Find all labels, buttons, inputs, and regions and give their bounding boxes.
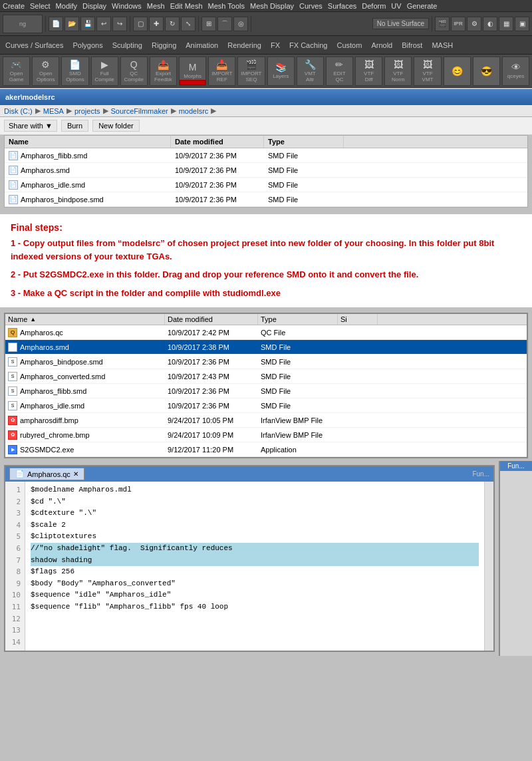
menu-deform[interactable]: Deform [362,2,386,10]
open-game-icon: 🎮 [11,60,22,69]
menu-curves[interactable]: Curves [299,2,323,10]
burn-button[interactable]: Burn [61,120,88,132]
menu2-polygons[interactable]: Polygons [70,40,105,51]
move-tool-icon[interactable]: ✚ [149,17,164,31]
shelf-smd-options[interactable]: 📄 SMDOptions [61,57,88,86]
menu2-arnold[interactable]: Arnold [368,40,395,51]
render-icon[interactable]: 🎬 [435,17,450,31]
menu-mesh-tools[interactable]: Mesh Tools [208,2,245,10]
extra-icon1[interactable]: ◐ [483,17,497,31]
menu-mesh[interactable]: Mesh [147,2,165,10]
menu-select[interactable]: Select [30,2,51,10]
menu2-curves-surfaces[interactable]: Curves / Surfaces [3,40,66,51]
shelf-open-options[interactable]: ⚙ OpenOptions [32,57,59,86]
file-row[interactable]: 📄 Ampharos_idle.smd 10/9/2017 2:36 PM SM… [5,178,527,192]
snap-curve-icon[interactable]: ⌒ [217,17,232,31]
menu2-mash[interactable]: MASH [429,40,456,51]
shelf-extra1[interactable]: 😊 [444,57,471,86]
col-header-type-1[interactable]: Type [264,136,344,148]
col-header-type-2[interactable]: Type [258,314,338,325]
file-row[interactable]: S Ampharos_converted.smd 10/9/2017 2:43 … [5,369,527,384]
code-tab-close-button[interactable]: ✕ [73,470,78,478]
select-tool-icon[interactable]: ▢ [133,17,148,31]
addr-projects[interactable]: projects [74,107,100,115]
menu-generate[interactable]: Generate [407,2,438,10]
menu-uv[interactable]: UV [391,2,401,10]
snap-grid-icon[interactable]: ⊞ [201,17,216,31]
shelf-qceyes[interactable]: 👁 qceyes [502,57,529,86]
shelf-vmt-attr[interactable]: 🔧 VMTAttr [297,57,324,86]
menu2-rigging[interactable]: Rigging [149,40,179,51]
file-row[interactable]: S Ampharos_idle.smd 10/9/2017 2:36 PM SM… [5,398,527,413]
shelf-vtf-diffuse[interactable]: 🖼 VTFDiff [355,57,382,86]
share-with-button[interactable]: Share with ▼ [4,120,57,132]
shelf-vtf-vmt[interactable]: 🖼 VTFVMT [414,57,441,86]
toolbar-name-field[interactable]: ng [3,15,43,33]
menu2-sculpting[interactable]: Sculpting [110,40,145,51]
menu2-fx-caching[interactable]: FX Caching [287,40,330,51]
addr-sourcefilmmaker[interactable]: SourceFilmmaker [111,107,168,115]
new-file-icon[interactable]: 📄 [49,17,63,31]
save-file-icon[interactable]: 💾 [80,17,95,31]
ipr-icon[interactable]: IPR [451,17,466,31]
file-row[interactable]: ▶ S2GSMDC2.exe 9/12/2017 11:20 PM Applic… [5,442,527,457]
shelf-full-compile[interactable]: ▶ FullCompile [91,57,118,86]
shelf-vtf-normal[interactable]: 🖼 VTFNorm [384,57,412,86]
file-row[interactable]: ✿ ampharosdiff.bmp 9/24/2017 10:05 PM Ir… [5,413,527,428]
menu-edit-mesh[interactable]: Edit Mesh [170,2,203,10]
menu-create[interactable]: Create [3,2,25,10]
undo-icon[interactable]: ↩ [96,17,111,31]
rotate-tool-icon[interactable]: ↻ [165,17,180,31]
addr-disk[interactable]: Disk (C:) [4,107,33,115]
shelf-import-seq[interactable]: 🎬 IMPORTSEQ [237,57,265,86]
shelf-export-feedback[interactable]: 📤 ExportFeedbk [150,57,177,86]
file-row[interactable]: S Ampharos.smd 10/9/2017 2:38 PM SMD Fil… [5,340,527,355]
shelf-edit-qc[interactable]: ✏ EDITQC [326,57,353,86]
menu-mesh-display[interactable]: Mesh Display [250,2,294,10]
code-tab-ampharos-qc[interactable]: 📄 Ampharos.qc ✕ [9,468,84,480]
shelf-import-ref[interactable]: 📥 IMPORTREF [208,57,235,86]
display-settings-icon[interactable]: ⚙ [467,17,481,31]
extra1-icon: 😊 [452,67,463,76]
morphs-red-indicator [180,80,205,85]
file-row[interactable]: S Ampharos_flibb.smd 10/9/2017 2:36 PM S… [5,384,527,398]
file-row[interactable]: Q Ampharos.qc 10/9/2017 2:42 PM QC File [5,325,527,340]
menu2-fx[interactable]: FX [268,40,283,51]
col-header-date-1[interactable]: Date modified [171,136,264,148]
open-file-icon[interactable]: 📂 [65,17,79,31]
addr-mesa[interactable]: MESA [43,107,64,115]
scale-tool-icon[interactable]: ⤡ [181,17,196,31]
code-scrollbar[interactable] [484,482,493,651]
shelf-vtf-diffuse-label: VTFDiff [364,71,374,82]
file-row[interactable]: 📄 Ampharos.smd 10/9/2017 2:36 PM SMD Fil… [5,163,527,178]
menu-modify[interactable]: Modify [56,2,77,10]
code-editor-wrapper: 📄 Ampharos.qc ✕ Fun... 12345678910111213… [0,461,532,656]
file-row[interactable]: ✿ rubyred_chrome.bmp 9/24/2017 10:09 PM … [5,428,527,442]
code-content[interactable]: $modelname Ampharos.mdl$cd ".\"$cdtextur… [25,482,484,651]
file-row[interactable]: S Ampharos_bindpose.smd 10/9/2017 2:36 P… [5,355,527,369]
shelf-layers[interactable]: 📚 Layers [267,57,295,86]
shelf-extra2[interactable]: 😎 [473,57,500,86]
shelf-open-game[interactable]: 🎮 OpenGame [3,57,30,86]
file-row[interactable]: 📄 Ampharos_bindpose.smd 10/9/2017 2:36 P… [5,192,527,207]
file-row[interactable]: 📄 Ampharos_flibb.smd 10/9/2017 2:36 PM S… [5,148,527,163]
redo-icon[interactable]: ↪ [112,17,127,31]
new-folder-button[interactable]: New folder [92,120,140,132]
menu-display[interactable]: Display [82,2,106,10]
menu2-animation[interactable]: Animation [183,40,221,51]
menu-surfaces[interactable]: Surfaces [328,2,356,10]
snap-point-icon[interactable]: ◎ [233,17,248,31]
extra-icon3[interactable]: ▣ [515,17,529,31]
addr-modelsrc[interactable]: modelsrc [179,107,209,115]
menu-windows[interactable]: Windows [112,2,142,10]
col-header-size-2[interactable]: Si [338,314,378,325]
col-header-name-1[interactable]: Name [5,136,171,148]
extra-icon2[interactable]: ▦ [499,17,513,31]
col-header-date-2[interactable]: Date modified [165,314,258,325]
col-header-name-2[interactable]: Name ▲ [5,314,165,325]
menu2-rendering[interactable]: Rendering [225,40,264,51]
shelf-qc-compile[interactable]: Q QCCompile [120,57,148,86]
shelf-morphs[interactable]: M Morphs [179,57,206,86]
menu2-custom[interactable]: Custom [334,40,365,51]
menu2-bifrost[interactable]: Bifrost [399,40,425,51]
